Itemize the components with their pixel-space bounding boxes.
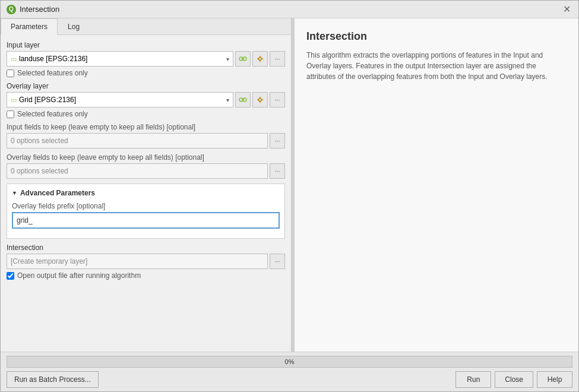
layer-type-icon: ▭	[11, 55, 17, 63]
output-row: [Create temporary layer] ···	[7, 254, 285, 269]
overlay-layer-select[interactable]: ▭ Grid [EPSG:2136] ▾	[7, 92, 233, 108]
input-layer-link-button[interactable]	[235, 51, 251, 67]
overlay-settings-icon	[256, 96, 264, 104]
button-row: Run as Batch Process... Run Close Help	[7, 371, 572, 388]
overlay-link-icon	[239, 96, 247, 104]
advanced-header[interactable]: ▼ Advanced Parameters	[12, 189, 280, 197]
input-fields-label: Input fields to keep (leave empty to kee…	[7, 123, 285, 131]
run-button[interactable]: Run	[455, 371, 491, 388]
progress-bar-container: 0%	[7, 356, 572, 368]
output-dots-icon: ···	[274, 258, 280, 265]
input-layer-more-button[interactable]: ···	[270, 51, 285, 67]
input-fields-placeholder: 0 options selected	[11, 137, 68, 145]
overlay-layer-label: Overlay layer	[7, 82, 285, 90]
tab-bar: Parameters Log	[1, 18, 291, 35]
overlay-selected-only-checkbox[interactable]	[7, 110, 14, 118]
dropdown-arrow-icon: ▾	[226, 56, 229, 62]
overlay-fields-label: Overlay fields to keep (leave empty to k…	[7, 153, 285, 162]
input-fields-row: 0 options selected ···	[7, 133, 285, 148]
input-layer-select[interactable]: ▭ landuse [EPSG:2136] ▾	[7, 51, 233, 67]
parameters-area: Input layer ▭ landuse [EPSG:2136] ▾	[1, 35, 291, 352]
input-layer-value: landuse [EPSG:2136]	[19, 55, 87, 63]
output-input[interactable]: [Create temporary layer]	[7, 254, 268, 269]
bottom-bar: 0% Run as Batch Process... Run Close Hel…	[1, 352, 578, 391]
input-layer-settings-button[interactable]	[252, 51, 268, 67]
prefix-label: Overlay fields prefix [optional]	[12, 202, 280, 210]
overlay-layer-settings-button[interactable]	[252, 92, 268, 108]
overlay-fields-group: Overlay fields to keep (leave empty to k…	[7, 153, 285, 179]
progress-text: 0%	[285, 358, 295, 365]
overlay-selected-only-row: Selected features only	[7, 110, 285, 118]
input-fields-group: Input fields to keep (leave empty to kee…	[7, 123, 285, 148]
help-title: Intersection	[306, 30, 567, 43]
output-more-button[interactable]: ···	[270, 254, 285, 269]
help-text: This algorithm extracts the overlapping …	[306, 50, 567, 82]
output-label: Intersection	[7, 244, 285, 252]
action-buttons: Run Close Help	[455, 371, 572, 388]
window-title: Intersection	[20, 5, 59, 14]
tab-log[interactable]: Log	[58, 18, 90, 34]
overlay-layer-group: Overlay layer ▭ Grid [EPSG:2136] ▾	[7, 82, 285, 118]
title-bar-left: Q Intersection	[7, 5, 59, 14]
input-layer-group: Input layer ▭ landuse [EPSG:2136] ▾	[7, 41, 285, 77]
title-bar: Q Intersection ✕	[1, 1, 578, 18]
output-placeholder: [Create temporary layer]	[11, 257, 87, 265]
app-icon: Q	[7, 5, 16, 14]
overlay-layer-link-button[interactable]	[235, 92, 251, 108]
right-panel: Intersection This algorithm extracts the…	[295, 18, 578, 352]
svg-point-7	[259, 99, 262, 102]
advanced-collapse-icon: ▼	[12, 190, 17, 196]
advanced-title: Advanced Parameters	[20, 189, 95, 197]
input-layer-row: ▭ landuse [EPSG:2136] ▾	[7, 51, 285, 67]
overlay-selected-only-label: Selected features only	[17, 110, 88, 118]
link-icon	[239, 55, 247, 63]
overlay-fields-dots-icon: ···	[274, 167, 280, 175]
output-section: Intersection [Create temporary layer] ··…	[7, 244, 285, 280]
input-fields-more-button[interactable]: ···	[270, 133, 285, 148]
overlay-more-dots-icon: ···	[274, 96, 280, 103]
progress-row: 0%	[7, 356, 572, 368]
settings-icon	[256, 55, 264, 63]
more-dots-icon: ···	[274, 55, 280, 62]
overlay-layer-value: Grid [EPSG:2136]	[19, 96, 76, 104]
overlay-layer-icon: ▭	[11, 96, 17, 104]
input-selected-only-row: Selected features only	[7, 69, 285, 77]
close-button[interactable]: Close	[495, 371, 533, 388]
left-panel: Parameters Log Input layer ▭ landuse [EP…	[1, 18, 292, 352]
input-selected-only-label: Selected features only	[17, 69, 88, 77]
input-fields-dots-icon: ···	[274, 137, 280, 144]
overlay-layer-more-button[interactable]: ···	[270, 92, 285, 108]
overlay-fields-row: 0 options selected ···	[7, 163, 285, 179]
main-content: Parameters Log Input layer ▭ landuse [EP…	[1, 18, 578, 352]
open-output-label: Open output file after running algorithm	[17, 271, 141, 280]
overlay-fields-more-button[interactable]: ···	[270, 163, 285, 179]
overlay-layer-row: ▭ Grid [EPSG:2136] ▾	[7, 92, 285, 108]
overlay-dropdown-arrow-icon: ▾	[226, 97, 229, 103]
svg-point-3	[259, 58, 262, 61]
input-fields-input[interactable]: 0 options selected	[7, 133, 268, 148]
main-window: Q Intersection ✕ Parameters Log Input la…	[0, 0, 579, 392]
advanced-section: ▼ Advanced Parameters Overlay fields pre…	[7, 184, 285, 239]
input-layer-label: Input layer	[7, 41, 285, 49]
tab-parameters[interactable]: Parameters	[1, 18, 58, 35]
help-button[interactable]: Help	[537, 371, 572, 388]
prefix-input[interactable]	[12, 212, 280, 229]
overlay-fields-input[interactable]: 0 options selected	[7, 163, 268, 179]
open-output-row: Open output file after running algorithm	[7, 271, 285, 280]
prefix-group: Overlay fields prefix [optional]	[12, 202, 280, 229]
overlay-fields-placeholder: 0 options selected	[11, 167, 68, 175]
batch-process-button[interactable]: Run as Batch Process...	[7, 371, 99, 388]
input-selected-only-checkbox[interactable]	[7, 69, 14, 77]
open-output-checkbox[interactable]	[7, 272, 14, 280]
close-window-button[interactable]: ✕	[561, 4, 572, 15]
